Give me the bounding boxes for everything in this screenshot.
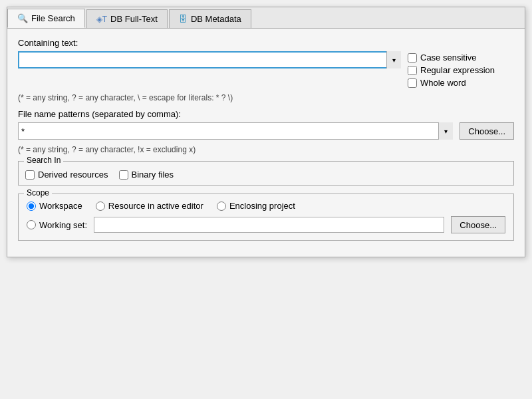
scope-group-title: Scope (24, 188, 52, 198)
whole-word-option[interactable]: Whole word (408, 78, 514, 88)
scope-row-2: Working set: Choose... (27, 216, 505, 233)
containing-text-input-wrapper: ▾ (18, 51, 401, 68)
containing-text-input[interactable] (18, 51, 401, 68)
search-options: Case sensitive Regular expression Whole … (408, 51, 514, 88)
file-search-icon: 🔍 (17, 13, 28, 23)
derived-resources-option[interactable]: Derived resources (25, 170, 108, 180)
file-name-dropdown-arrow[interactable]: ▾ (438, 122, 453, 140)
binary-files-checkbox[interactable] (119, 170, 128, 180)
scope-group: Scope Workspace Resource in active edito… (18, 194, 514, 241)
file-name-patterns-label: File name patterns (separated by comma): (18, 109, 514, 119)
file-name-choose-button[interactable]: Choose... (460, 122, 514, 140)
tab-db-fulltext-label: DB Full-Text (110, 14, 158, 24)
regular-expression-option[interactable]: Regular expression (408, 65, 514, 75)
scope-row-1: Workspace Resource in active editor Encl… (27, 201, 505, 211)
resource-in-active-editor-option[interactable]: Resource in active editor (96, 201, 203, 211)
working-set-radio[interactable] (27, 220, 36, 229)
tab-file-search-label: File Search (31, 13, 75, 23)
derived-resources-label: Derived resources (38, 170, 108, 180)
file-name-patterns-row: ▾ Choose... (18, 122, 514, 140)
whole-word-checkbox[interactable] (408, 78, 417, 88)
workspace-option[interactable]: Workspace (27, 201, 82, 211)
regular-expression-label: Regular expression (420, 65, 495, 75)
derived-resources-checkbox[interactable] (25, 170, 35, 180)
case-sensitive-checkbox[interactable] (408, 53, 417, 63)
file-name-hint: (* = any string, ? = any character, !x =… (18, 145, 514, 154)
main-dialog: 🔍 File Search ◈T DB Full-Text 🗄 DB Metad… (7, 7, 525, 257)
search-in-group: Search In Derived resources Binary files (18, 161, 514, 186)
tab-db-metadata-label: DB Metadata (191, 14, 241, 24)
containing-text-row: ▾ Case sensitive Regular expression Whol… (18, 51, 514, 88)
regular-expression-checkbox[interactable] (408, 66, 417, 75)
binary-files-option[interactable]: Binary files (119, 170, 174, 180)
resource-in-active-editor-label: Resource in active editor (108, 201, 203, 211)
search-in-group-title: Search In (24, 156, 63, 165)
enclosing-project-label: Enclosing project (229, 201, 295, 211)
resource-radio[interactable] (96, 201, 105, 211)
working-set-label: Working set: (39, 220, 87, 230)
file-name-input[interactable] (18, 122, 453, 140)
working-set-choose-button[interactable]: Choose... (451, 216, 505, 233)
working-set-input[interactable] (94, 217, 444, 233)
enclosing-project-radio[interactable] (217, 201, 226, 211)
containing-text-dropdown-arrow[interactable]: ▾ (386, 51, 401, 68)
file-name-input-wrapper: ▾ (18, 122, 453, 140)
db-fulltext-icon: ◈T (96, 15, 107, 24)
tab-content: Containing text: ▾ Case sensitive Regula… (7, 29, 525, 257)
whole-word-label: Whole word (420, 78, 466, 88)
db-metadata-icon: 🗄 (179, 14, 188, 24)
tab-bar: 🔍 File Search ◈T DB Full-Text 🗄 DB Metad… (7, 7, 525, 29)
workspace-radio[interactable] (27, 201, 36, 211)
containing-text-hint: (* = any string, ? = any character, \ = … (18, 93, 514, 102)
search-in-content: Derived resources Binary files (25, 170, 507, 180)
tab-db-fulltext[interactable]: ◈T DB Full-Text (86, 9, 168, 28)
containing-text-label: Containing text: (18, 38, 514, 48)
binary-files-label: Binary files (132, 170, 174, 180)
tab-db-metadata[interactable]: 🗄 DB Metadata (169, 9, 251, 28)
enclosing-project-option[interactable]: Enclosing project (217, 201, 295, 211)
case-sensitive-option[interactable]: Case sensitive (408, 53, 514, 63)
tab-file-search[interactable]: 🔍 File Search (7, 9, 85, 28)
working-set-option[interactable]: Working set: (27, 220, 87, 230)
workspace-label: Workspace (39, 201, 82, 211)
case-sensitive-label: Case sensitive (420, 53, 477, 63)
